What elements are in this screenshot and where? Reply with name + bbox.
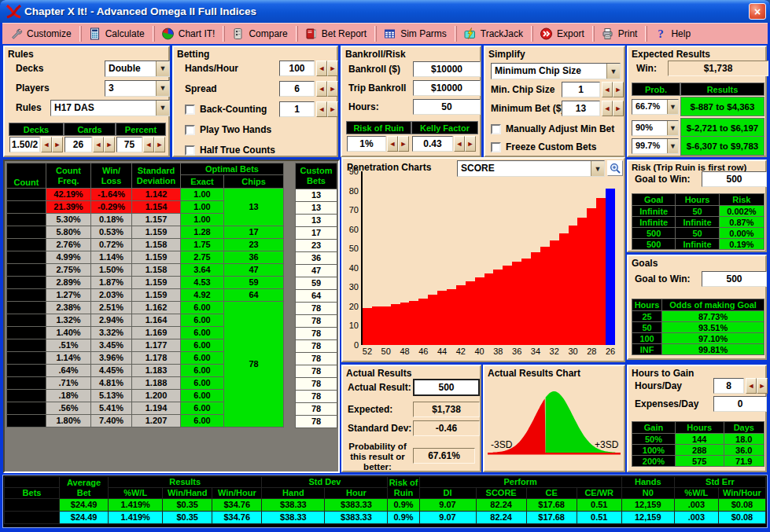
trackjack-button[interactable]: TrackJack (459, 25, 529, 42)
spin-right-button[interactable]: ► (613, 82, 624, 97)
spin-left-button[interactable]: ◄ (316, 81, 327, 97)
risk-of-ruin-input[interactable]: 1% (347, 136, 386, 152)
spin-left-button[interactable]: ◄ (41, 137, 52, 152)
rules-dropdown[interactable]: H17 DAS ▼ (50, 100, 170, 116)
manual-adjust-checkbox[interactable] (491, 124, 501, 134)
calculate-button[interactable]: Calculate (83, 25, 151, 42)
decks-dropdown[interactable]: Double ▼ (105, 61, 170, 77)
custom-bet-cell[interactable]: 59 (296, 277, 337, 290)
custom-bet-cell[interactable]: 78 (296, 378, 337, 391)
cards-input[interactable]: 26 (64, 137, 92, 152)
actual-result-input[interactable]: 500 (413, 379, 480, 396)
customize-button[interactable]: Customize (5, 25, 78, 42)
hands-hour-input[interactable]: 100 (279, 61, 315, 76)
chevron-down-icon[interactable]: ▼ (667, 121, 678, 135)
freeze-custom-checkbox[interactable] (491, 142, 501, 152)
percent-input[interactable]: 75 (116, 137, 142, 152)
back-counting-input[interactable]: 1 (279, 101, 315, 117)
spin-left-button[interactable]: ◄ (316, 61, 327, 76)
custom-bet-cell[interactable]: 13 (296, 189, 337, 202)
custom-bet-cell[interactable]: 78 (296, 403, 337, 416)
spin-left-button[interactable]: ◄ (316, 101, 327, 117)
bet-report-button[interactable]: Bet Report (300, 25, 373, 42)
compare-button[interactable]: Compare (227, 25, 293, 42)
print-button[interactable]: Print (596, 25, 644, 42)
chevron-down-icon[interactable]: ▼ (156, 61, 169, 76)
custom-bet-cell[interactable]: 36 (296, 252, 337, 265)
custom-bet-cell[interactable]: 78 (296, 315, 337, 328)
min-bet-input[interactable]: 13 (562, 101, 600, 116)
spin-right-button[interactable]: ► (613, 101, 624, 116)
expenses-day-input[interactable]: 0 (713, 396, 767, 412)
count-freq-cell: 1.40% (46, 327, 91, 339)
custom-bet-cell[interactable]: 13 (296, 202, 337, 215)
pen-chart-bar (484, 273, 494, 345)
spin-left-button[interactable]: ◄ (602, 101, 613, 116)
spin-right-button[interactable]: ► (327, 101, 338, 117)
hours-input[interactable]: 50 (413, 99, 481, 115)
simplify-mode-dropdown[interactable]: Minimum Chip Size ▼ (491, 63, 621, 79)
custom-bet-cell[interactable]: 23 (296, 240, 337, 252)
chart-it-button[interactable]: Chart IT! (157, 25, 222, 42)
spin-left-button[interactable]: ◄ (454, 136, 465, 152)
std-dev-cell: 1.194 (132, 402, 181, 415)
prob-dropdown[interactable]: 66.7%▼ (632, 99, 679, 115)
min-chip-input[interactable]: 1 (562, 82, 600, 97)
bankroll-input[interactable]: $10000 (413, 61, 481, 77)
sim-parms-button[interactable]: Sim Parms (378, 25, 453, 42)
spin-right-button[interactable]: ► (104, 137, 115, 152)
chevron-down-icon[interactable]: ▼ (606, 64, 620, 79)
prob-dropdown[interactable]: 90%▼ (632, 120, 679, 136)
pen-chart-bar (577, 218, 587, 345)
custom-bet-cell[interactable]: 13 (296, 215, 337, 227)
spread-input[interactable]: 6 (279, 81, 315, 97)
prob-dropdown[interactable]: 99.7%▼ (632, 138, 679, 154)
spin-right-button[interactable]: ► (154, 137, 165, 152)
goals-goal-input[interactable]: 500 (702, 271, 767, 287)
close-button[interactable]: × (749, 3, 766, 20)
risk-goal-input[interactable]: 500 (702, 171, 767, 187)
spin-right-button[interactable]: ► (327, 81, 338, 97)
help-icon: ? (654, 28, 667, 40)
back-counting-checkbox[interactable] (185, 105, 195, 115)
chevron-down-icon[interactable]: ▼ (156, 101, 169, 116)
mini-table-row: 10097.10% (632, 333, 764, 344)
hours-day-input[interactable]: 8 (713, 378, 744, 394)
chevron-down-icon[interactable]: ▼ (667, 100, 678, 114)
trip-bankroll-input[interactable]: $10000 (413, 80, 481, 96)
spin-left-button[interactable]: ◄ (602, 82, 613, 97)
custom-bet-cell[interactable]: 47 (296, 265, 337, 277)
help-button[interactable]: ? Help (649, 25, 697, 42)
std-dev-cell: 1.158 (132, 239, 181, 251)
chevron-down-icon[interactable]: ▼ (667, 139, 678, 153)
summary-header-cell: Hour (325, 488, 388, 499)
spin-right-button[interactable]: ► (757, 378, 768, 394)
play-two-hands-checkbox[interactable] (185, 125, 195, 135)
spin-left-button[interactable]: ◄ (387, 136, 398, 152)
custom-bet-cell[interactable]: 78 (296, 391, 337, 403)
chevron-down-icon[interactable]: ▼ (156, 81, 169, 96)
spin-left-button[interactable]: ◄ (143, 137, 154, 152)
custom-bet-cell[interactable]: 78 (296, 353, 337, 365)
spin-right-button[interactable]: ► (398, 136, 409, 152)
custom-bet-cell[interactable]: 78 (296, 365, 337, 378)
spin-right-button[interactable]: ► (327, 61, 338, 76)
custom-bet-cell[interactable]: 17 (296, 227, 337, 240)
spin-right-button[interactable]: ► (465, 136, 476, 152)
count-table: Count Count Freq. Win/ Loss Standard Dev… (6, 163, 284, 427)
half-true-counts-checkbox[interactable] (185, 145, 195, 156)
decks-count-input[interactable]: 1.50/2 (9, 137, 40, 152)
spin-left-button[interactable]: ◄ (746, 378, 757, 394)
custom-bet-cell[interactable]: 78 (296, 416, 337, 428)
custom-bet-cell[interactable]: 64 (296, 290, 337, 303)
custom-bet-cell[interactable]: 78 (296, 303, 337, 315)
spin-right-button[interactable]: ► (52, 137, 63, 152)
custom-bet-cell[interactable]: 78 (296, 328, 337, 340)
spin-left-button[interactable]: ◄ (93, 137, 104, 152)
kelly-factor-input[interactable]: 0.43 (412, 136, 453, 152)
mini-table-row: 500Infinite0.19% (632, 239, 764, 250)
toolbar-separator (153, 26, 155, 42)
players-dropdown[interactable]: 3 ▼ (105, 80, 170, 97)
export-button[interactable]: Export (535, 25, 591, 42)
custom-bet-cell[interactable]: 78 (296, 340, 337, 353)
